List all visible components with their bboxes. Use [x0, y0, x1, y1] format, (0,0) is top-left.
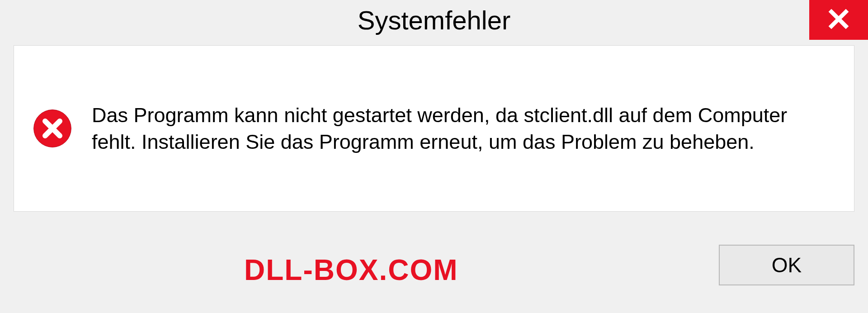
message-area: Das Programm kann nicht gestartet werden…: [14, 45, 854, 212]
watermark-text: DLL-BOX.COM: [244, 253, 458, 287]
titlebar: Systemfehler: [0, 0, 868, 40]
dialog-footer: DLL-BOX.COM OK: [0, 223, 868, 313]
close-icon: [828, 8, 849, 32]
error-dialog: Systemfehler Das Programm kann nicht ges…: [0, 0, 868, 313]
error-icon: [32, 108, 73, 149]
dialog-title: Systemfehler: [358, 5, 510, 35]
close-button[interactable]: [809, 0, 868, 40]
ok-button[interactable]: OK: [719, 245, 854, 285]
error-message: Das Programm kann nicht gestartet werden…: [92, 102, 836, 156]
